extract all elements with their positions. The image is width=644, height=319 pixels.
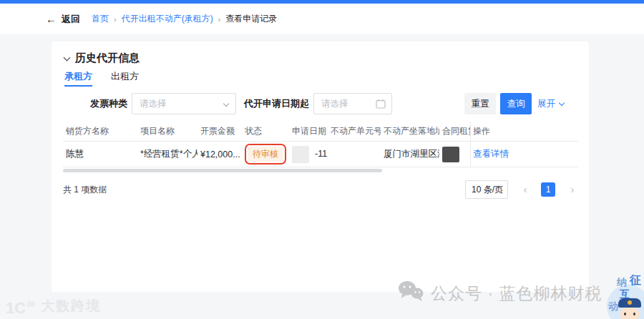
column-header-seller: 销货方名称 (63, 125, 137, 137)
invoice-type-label: 发票种类 (59, 93, 127, 114)
column-header-actions: 操作 (470, 125, 578, 137)
cell-project-name: *经营租赁*个人... (137, 148, 197, 160)
breadcrumb-current: 查看申请记录 (225, 13, 277, 25)
horizontal-scrollbar[interactable] (63, 169, 578, 173)
status-highlight-ring: 待审核 (245, 144, 286, 165)
breadcrumb-section[interactable]: 代开出租不动产(承租方) (122, 13, 213, 25)
watermark-bottom-right: 公众号 · 蓝色柳林财税 (398, 280, 602, 306)
total-count-text: 共 1 项数据 (63, 179, 107, 200)
app-header: ← 返回 首页 › 代开出租不动产(承租方) › 查看申请记录 (0, 4, 644, 34)
back-arrow-icon: ← (46, 13, 57, 25)
cell-seller-name: 陈慧 (63, 148, 137, 160)
watermark-brand-text: 大数跨境 (41, 297, 101, 315)
column-header-status: 状态 (242, 125, 289, 137)
column-header-contract: 合同租赁 (439, 125, 470, 137)
watermark-bottom-left: 1C00 大数跨境 (6, 297, 101, 315)
prev-page-button[interactable]: ‹ (518, 180, 532, 199)
watermark-logo-sup: 00 (27, 300, 35, 308)
cell-address: 厦门市湖里区湖... (381, 148, 439, 160)
invoice-type-placeholder: 请选择 (140, 94, 167, 114)
view-details-link[interactable]: 查看详情 (473, 149, 509, 159)
column-header-address: 不动产坐落地址 (381, 125, 439, 137)
cell-actions: 查看详情 (470, 148, 578, 160)
column-header-apply-date: 申请日期 (289, 125, 328, 137)
cell-status: 待审核 (242, 144, 289, 165)
back-label: 返回 (62, 13, 80, 26)
column-header-amount: 开票金额 (197, 125, 242, 137)
cell-invoice-amount: ¥12,000... (197, 149, 242, 160)
records-table: 销货方名称 项目名称 开票金额 状态 申请日期 不动产单元号 不动产坐落地址 合… (63, 122, 578, 167)
apply-date-input[interactable]: 请选择 (313, 93, 392, 114)
breadcrumb-home[interactable]: 首页 (92, 13, 109, 25)
watermark-account-text: 公众号 · 蓝色柳林财税 (431, 283, 602, 305)
apply-date-label: 代开申请日期起 (239, 93, 309, 114)
tab-tenant[interactable]: 承租方 (64, 70, 92, 87)
chevron-down-icon (223, 101, 229, 107)
cell-contract (439, 147, 470, 162)
reset-button[interactable]: 重置 (464, 93, 496, 114)
breadcrumb-separator-icon: › (114, 15, 117, 24)
query-button[interactable]: 查询 (500, 93, 532, 114)
panel-title-row[interactable]: 历史代开信息 (64, 51, 140, 65)
next-page-button[interactable]: › (565, 180, 580, 199)
tab-landlord[interactable]: 出租方 (111, 70, 139, 87)
column-header-project: 项目名称 (137, 125, 197, 137)
mascot-char: 动 (608, 300, 618, 313)
expand-filters-toggle[interactable]: 展开 (537, 93, 564, 114)
party-tabs: 承租方 出租方 (64, 70, 139, 87)
calendar-icon (376, 99, 386, 112)
watermark-logo-icon: 1C (6, 301, 26, 315)
breadcrumb: 首页 › 代开出租不动产(承租方) › 查看申请记录 (92, 13, 277, 25)
back-button[interactable]: ← 返回 (46, 13, 80, 26)
table-row: 陈慧 *经营租赁*个人... ¥12,000... 待审核 -11 厦门市湖里区… (63, 142, 578, 167)
history-panel: 历史代开信息 承租方 出租方 发票种类 请选择 代开申请日期起 请选择 重置 查… (52, 41, 589, 292)
status-badge: 待审核 (248, 147, 283, 162)
chevron-down-icon (559, 99, 565, 105)
fixed-column-divider (470, 122, 471, 167)
expand-label: 展开 (537, 98, 555, 110)
page: ← 返回 首页 › 代开出租不动产(承租方) › 查看申请记录 历史代开信息 承… (0, 0, 644, 319)
column-header-unit-no: 不动产单元号 (328, 125, 381, 137)
table-header-row: 销货方名称 项目名称 开票金额 状态 申请日期 不动产单元号 不动产坐落地址 合… (63, 122, 578, 142)
cell-apply-date: -11 (289, 146, 328, 163)
page-size-select[interactable]: 10 条/页 (465, 180, 508, 199)
current-page-button[interactable]: 1 (541, 182, 555, 197)
collapse-caret-icon (64, 54, 71, 61)
scrollbar-thumb[interactable] (63, 169, 382, 172)
apply-date-text: -11 (315, 149, 327, 159)
invoice-type-select[interactable]: 请选择 (132, 93, 236, 114)
apply-date-placeholder: 请选择 (321, 94, 348, 114)
panel-title: 历史代开信息 (75, 51, 140, 65)
redaction-box-light (292, 146, 309, 163)
tax-mascot-badge: 纳 征 互 动 (600, 275, 644, 319)
mascot-hat (618, 298, 641, 308)
wechat-icon (398, 280, 424, 306)
mascot-face (620, 308, 639, 319)
mascot-char: 征 (630, 273, 641, 288)
redaction-box-dark (442, 147, 459, 162)
mascot-char: 纳 (617, 276, 627, 289)
breadcrumb-separator-icon: › (218, 15, 221, 24)
